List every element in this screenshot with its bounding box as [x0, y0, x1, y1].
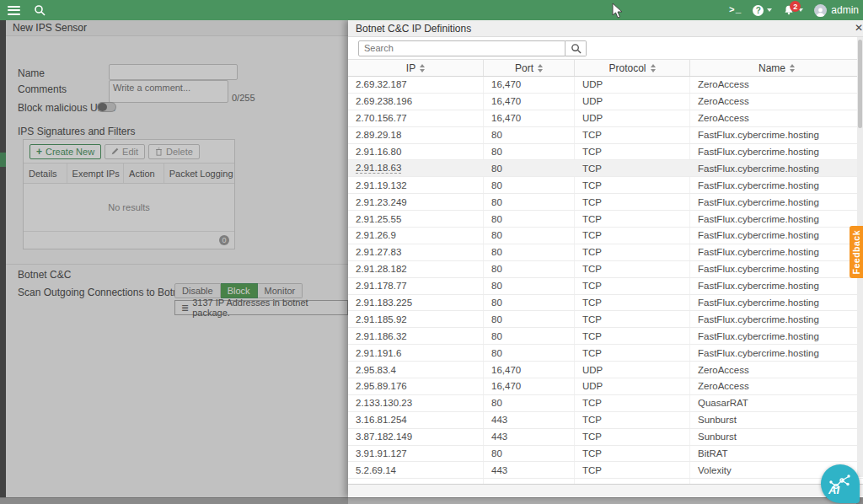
botnet-cell-port: 443: [484, 412, 575, 428]
screen: >_ ? 2 admin New IPS Sensor: [0, 0, 863, 504]
help-menu[interactable]: ?: [753, 5, 772, 16]
botnet-cell-port: 16,470: [484, 110, 575, 126]
botnet-cell-ip: 2.91.16.80: [348, 144, 484, 160]
botnet-table-row[interactable]: 3.87.182.149443TCPSunburst: [348, 429, 863, 446]
botnet-cell-protocol: TCP: [575, 345, 690, 361]
botnet-table-row[interactable]: 3.91.91.12780TCPBitRAT: [348, 446, 863, 463]
botnet-table-row[interactable]: 2.91.185.9280TCPFastFlux.cybercrime.host…: [348, 311, 863, 328]
botnet-cell-name: FastFlux.cybercrime.hosting: [690, 194, 863, 210]
botnet-cell-protocol: UDP: [575, 479, 690, 484]
panel-title-bar: Botnet C&C IP Definitions ✕: [348, 20, 863, 37]
botnet-cell-name: ZeroAccess: [690, 110, 863, 126]
botnet-cell-ip: 5.12.157.202: [348, 479, 484, 484]
botnet-table-row[interactable]: 2.91.18.6380TCPFastFlux.cybercrime.hosti…: [348, 160, 863, 177]
panel-footer: [348, 484, 863, 496]
botnet-cell-port: 80: [484, 311, 575, 327]
botnet-cell-name: FastFlux.cybercrime.hosting: [690, 278, 863, 294]
botnet-table-row[interactable]: 2.70.156.7716,470UDPZeroAccess: [348, 110, 863, 127]
column-header-port[interactable]: Port: [484, 60, 575, 76]
botnet-table-row[interactable]: 2.91.186.3280TCPFastFlux.cybercrime.host…: [348, 328, 863, 345]
botnet-table-row[interactable]: 2.91.26.980TCPFastFlux.cybercrime.hostin…: [348, 228, 863, 244]
modal-backdrop: [0, 20, 348, 504]
cli-console-icon[interactable]: >_: [729, 5, 742, 15]
botnet-table-row[interactable]: 5.12.157.20216,464UDPZeroAccess: [348, 479, 863, 484]
botnet-cell-name: FastFlux.cybercrime.hosting: [690, 127, 863, 143]
botnet-cell-port: 80: [484, 244, 575, 260]
botnet-cell-ip: 2.69.238.196: [348, 94, 484, 110]
botnet-cell-protocol: TCP: [575, 278, 690, 294]
column-header-protocol[interactable]: Protocol: [575, 60, 690, 76]
botnet-cell-protocol: TCP: [575, 261, 690, 277]
botnet-cell-ip: 2.89.29.18: [348, 127, 484, 143]
sort-icon: [420, 64, 425, 72]
botnet-cell-ip: 2.91.18.63: [348, 160, 484, 176]
botnet-ip-definitions-panel: Botnet C&C IP Definitions ✕ IPPortProtoc…: [348, 20, 863, 497]
botnet-cell-ip: 2.70.156.77: [348, 110, 484, 126]
botnet-cell-port: 80: [484, 160, 575, 176]
botnet-cell-name: FastFlux.cybercrime.hosting: [690, 311, 863, 327]
botnet-cell-ip: 2.91.26.9: [348, 228, 484, 244]
botnet-table-row[interactable]: 3.16.81.254443TCPSunburst: [348, 412, 863, 429]
notifications-menu[interactable]: 2: [783, 4, 803, 16]
botnet-table-row[interactable]: 2.91.191.680TCPFastFlux.cybercrime.hosti…: [348, 345, 863, 362]
botnet-table-row[interactable]: 5.2.69.14443TCPVolexity: [348, 462, 863, 479]
botnet-cell-protocol: TCP: [575, 144, 690, 160]
botnet-cell-port: 80: [484, 211, 575, 227]
column-header-ip[interactable]: IP: [348, 60, 484, 76]
botnet-cell-port: 80: [484, 177, 575, 193]
botnet-table-row[interactable]: 2.91.28.18280TCPFastFlux.cybercrime.host…: [348, 261, 863, 278]
botnet-cell-name: QuasarRAT: [690, 395, 863, 411]
search-icon[interactable]: [34, 4, 46, 16]
botnet-table-row[interactable]: 2.69.238.19616,470UDPZeroAccess: [348, 94, 863, 110]
botnet-table-row[interactable]: 2.91.19.13280TCPFastFlux.cybercrime.host…: [348, 177, 863, 194]
scrollbar-thumb[interactable]: [858, 40, 862, 128]
botnet-cell-name: ZeroAccess: [690, 77, 863, 93]
botnet-cell-port: 16,470: [484, 362, 575, 378]
botnet-cell-protocol: UDP: [575, 362, 690, 378]
ai-assistant-button[interactable]: AI: [821, 464, 860, 503]
botnet-table-row[interactable]: 2.91.25.5580TCPFastFlux.cybercrime.hosti…: [348, 211, 863, 228]
botnet-table-row[interactable]: 2.91.23.24980TCPFastFlux.cybercrime.host…: [348, 194, 863, 211]
botnet-cell-name: FastFlux.cybercrime.hosting: [690, 261, 863, 277]
botnet-table-row[interactable]: 2.91.16.8080TCPFastFlux.cybercrime.hosti…: [348, 144, 863, 161]
botnet-cell-ip: 2.91.178.77: [348, 278, 484, 294]
botnet-table-row[interactable]: 2.91.183.22580TCPFastFlux.cybercrime.hos…: [348, 295, 863, 312]
botnet-cell-port: 443: [484, 462, 575, 478]
botnet-table: IPPortProtocolName 2.69.32.18716,470UDPZ…: [348, 59, 863, 484]
botnet-cell-ip: 2.91.23.249: [348, 194, 484, 210]
user-menu[interactable]: admin: [814, 4, 859, 17]
close-icon[interactable]: ✕: [855, 22, 863, 34]
botnet-cell-protocol: TCP: [575, 160, 690, 176]
feedback-tab[interactable]: Feedback: [850, 226, 863, 278]
botnet-cell-port: 80: [484, 345, 575, 361]
ai-label: AI: [828, 484, 839, 496]
botnet-cell-protocol: UDP: [575, 110, 690, 126]
botnet-cell-ip: 2.91.19.132: [348, 177, 484, 193]
botnet-cell-ip: 3.87.182.149: [348, 429, 484, 445]
botnet-cell-name: ZeroAccess: [690, 378, 863, 394]
search-input[interactable]: [358, 40, 566, 56]
botnet-table-row[interactable]: 2.95.89.17616,470UDPZeroAccess: [348, 378, 863, 395]
botnet-cell-name: FastFlux.cybercrime.hosting: [690, 345, 863, 361]
botnet-cell-protocol: UDP: [575, 94, 690, 110]
botnet-cell-port: 16,464: [484, 479, 575, 484]
botnet-table-row[interactable]: 2.95.83.416,470UDPZeroAccess: [348, 362, 863, 378]
search-button[interactable]: [566, 40, 587, 56]
menu-icon[interactable]: [8, 6, 20, 15]
botnet-table-row[interactable]: 2.69.32.18716,470UDPZeroAccess: [348, 77, 863, 94]
botnet-table-row[interactable]: 2.91.178.7780TCPFastFlux.cybercrime.host…: [348, 278, 863, 295]
mouse-cursor: [612, 3, 624, 19]
botnet-table-header: IPPortProtocolName: [348, 59, 863, 77]
botnet-cell-port: 443: [484, 429, 575, 445]
botnet-cell-name: FastFlux.cybercrime.hosting: [690, 228, 863, 244]
botnet-table-row[interactable]: 2.91.27.8380TCPFastFlux.cybercrime.hosti…: [348, 244, 863, 261]
botnet-table-row[interactable]: 2.133.130.2380TCPQuasarRAT: [348, 395, 863, 412]
botnet-cell-protocol: TCP: [575, 177, 690, 193]
botnet-cell-name: FastFlux.cybercrime.hosting: [690, 211, 863, 227]
botnet-table-row[interactable]: 2.89.29.1880TCPFastFlux.cybercrime.hosti…: [348, 127, 863, 144]
botnet-cell-name: Sunburst: [690, 412, 863, 428]
column-header-name[interactable]: Name: [690, 60, 863, 76]
botnet-cell-ip: 2.91.185.92: [348, 311, 484, 327]
botnet-cell-protocol: TCP: [575, 211, 690, 227]
avatar: [814, 4, 827, 17]
